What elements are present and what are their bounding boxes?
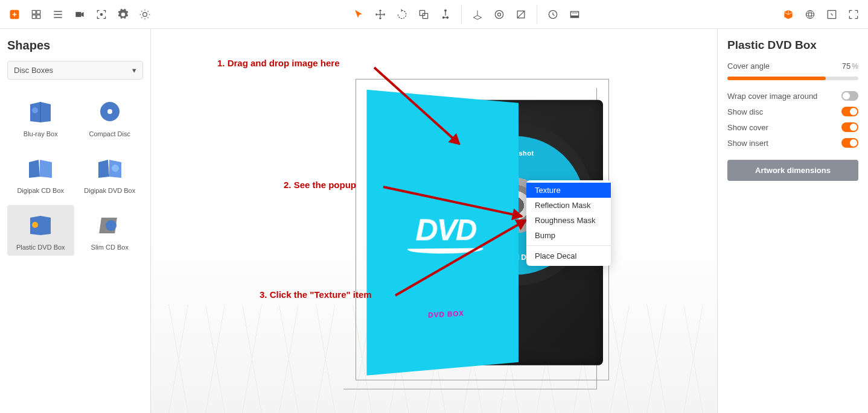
properties-panel: Plastic DVD Box Cover angle 75% Wrap cov… (717, 29, 868, 413)
context-item-bump[interactable]: Bump (526, 228, 611, 243)
artwork-dimensions-button[interactable]: Artwork dimensions (727, 160, 858, 181)
properties-title: Plastic DVD Box (727, 39, 858, 52)
material-icon[interactable] (511, 5, 531, 24)
svg-point-5 (100, 13, 102, 15)
scale-icon[interactable] (414, 5, 433, 24)
shape-item-slim-cd-box[interactable]: Slim CD Box (77, 205, 144, 256)
context-item-place-decal[interactable]: Place Decal (526, 248, 611, 263)
svg-point-10 (442, 16, 444, 18)
svg-point-6 (143, 12, 147, 16)
shapes-panel: Shapes Disc Boxes ▾ Blu-ray BoxCompact D… (0, 29, 151, 413)
svg-point-17 (806, 10, 814, 18)
cube-icon[interactable] (779, 5, 798, 24)
context-item-reflection-mask[interactable]: Reflection Mask (526, 198, 611, 213)
toggle-show-cover[interactable] (841, 122, 858, 132)
list-icon[interactable] (48, 5, 68, 24)
context-item-texture[interactable]: Texture (526, 183, 611, 198)
svg-rect-8 (423, 13, 427, 18)
svg-rect-1 (32, 10, 36, 14)
svg-point-9 (445, 10, 447, 11)
svg-point-18 (806, 13, 814, 16)
shape-item-digipak-dvd-box[interactable]: Digipak DVD Box (77, 148, 144, 199)
shape-category-dropdown[interactable]: Disc Boxes ▾ (7, 61, 143, 80)
svg-point-19 (809, 10, 812, 18)
add-icon[interactable] (5, 5, 24, 24)
toggle-show-insert[interactable] (841, 138, 858, 148)
history-icon[interactable] (543, 5, 563, 24)
svg-point-24 (112, 165, 119, 172)
cover-angle-label: Cover angle (727, 61, 770, 71)
brightness-icon[interactable] (135, 5, 155, 24)
rotate-icon[interactable] (392, 5, 412, 24)
svg-point-25 (32, 222, 38, 228)
svg-point-23 (107, 109, 112, 114)
sphere-icon[interactable] (800, 5, 820, 24)
shape-item-plastic-dvd-box[interactable]: Plastic DVD Box (7, 205, 74, 256)
ground-icon[interactable] (468, 5, 487, 24)
main-toolbar (0, 0, 868, 29)
annotation-1: 1. Drag and drop image here (217, 58, 340, 68)
svg-point-21 (32, 107, 38, 113)
gear-icon[interactable] (113, 5, 133, 24)
svg-point-12 (495, 10, 503, 18)
shape-item-blu-ray-box[interactable]: Blu-ray Box (7, 92, 74, 142)
pivot-icon[interactable] (436, 5, 455, 24)
grid-icon[interactable] (27, 5, 46, 24)
svg-rect-4 (37, 14, 40, 18)
move-icon[interactable] (371, 5, 390, 24)
svg-rect-16 (570, 15, 578, 17)
svg-rect-2 (37, 10, 40, 14)
render-icon[interactable] (565, 5, 584, 24)
select-icon[interactable] (349, 5, 368, 24)
toggle-show-disc[interactable] (841, 107, 858, 116)
shape-item-compact-disc[interactable]: Compact Disc (77, 92, 144, 142)
texture-context-menu: TextureReflection MaskRoughness MaskBump… (526, 180, 611, 266)
fullscreen-icon[interactable] (844, 5, 863, 24)
shape-item-digipak-cd-box[interactable]: Digipak CD Box (7, 148, 74, 199)
svg-point-13 (498, 13, 501, 16)
cover-angle-slider[interactable] (727, 77, 858, 80)
focus-icon[interactable] (92, 5, 111, 24)
target-icon[interactable] (490, 5, 509, 24)
svg-point-27 (106, 220, 116, 231)
svg-point-11 (447, 16, 448, 18)
dvd-front-cover[interactable]: DVD DVD BOX (366, 89, 519, 375)
chevron-down-icon: ▾ (132, 66, 136, 75)
viewport-3d[interactable]: ⦿ boxshot Optical Disc DVD DVD BOX 1. Dr… (151, 29, 717, 413)
annotation-2: 2. See the popup (284, 180, 356, 190)
shapes-title: Shapes (7, 39, 143, 52)
svg-rect-3 (32, 14, 36, 18)
camera-icon[interactable] (70, 5, 89, 24)
toggle-wrap-cover-image-around[interactable] (841, 91, 858, 101)
collapse-icon[interactable] (822, 5, 841, 24)
context-item-roughness-mask[interactable]: Roughness Mask (526, 213, 611, 228)
svg-rect-7 (420, 10, 424, 15)
annotation-3: 3. Click the "Texture" item (260, 289, 372, 300)
